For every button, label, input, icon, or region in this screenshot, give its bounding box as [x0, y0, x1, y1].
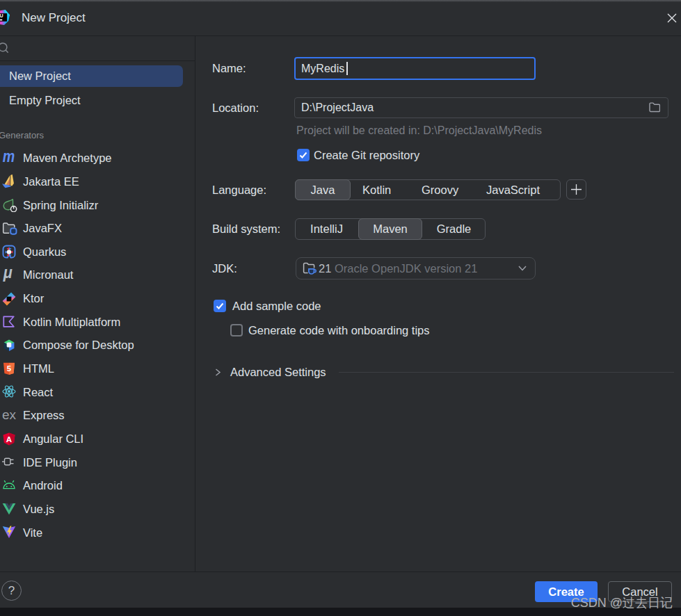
svg-text:m: m	[3, 150, 15, 164]
svg-text:IU: IU	[0, 13, 3, 18]
svg-text:5: 5	[7, 364, 12, 373]
svg-text:μ: μ	[3, 267, 13, 282]
svg-text:A: A	[6, 435, 12, 444]
